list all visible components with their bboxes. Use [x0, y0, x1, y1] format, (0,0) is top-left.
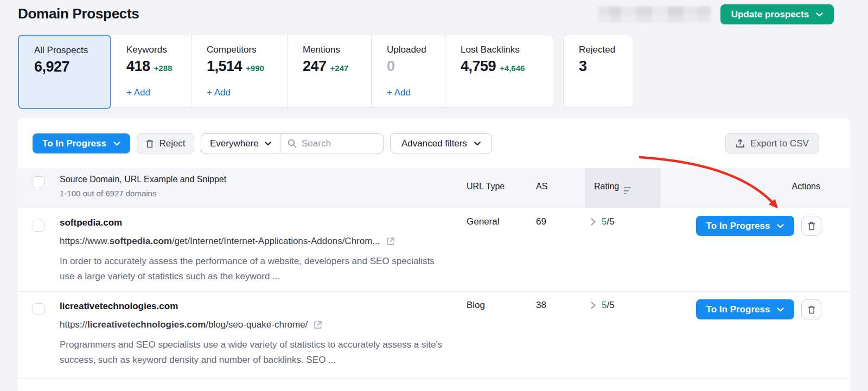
row-delete-button[interactable] — [801, 216, 821, 236]
tab-all-prospects[interactable]: All Prospects 6,927 — [18, 35, 111, 109]
tab-label: Mentions — [303, 44, 371, 55]
column-actions: Actions — [792, 182, 820, 191]
column-rating-label: Rating — [594, 182, 619, 191]
url-text: https://licreativetechnologies.com/blog/… — [60, 319, 308, 330]
table-row: licreativetechnologies.com https://licre… — [18, 291, 850, 379]
url-example: https://www.softpedia.com/get/Internet/I… — [60, 236, 395, 247]
row-checkbox[interactable] — [33, 220, 44, 232]
tab-label: Uploaded — [387, 44, 445, 55]
page-title: Domain Prospects — [18, 5, 139, 22]
column-rating[interactable]: Rating — [594, 182, 631, 194]
chevron-down-icon — [474, 142, 481, 146]
rows-count-label: 1-100 out of 6927 domains — [60, 189, 156, 198]
rating-cell[interactable]: 5/5 — [591, 300, 615, 311]
add-uploaded-link[interactable]: + Add — [387, 87, 411, 98]
url-type-value: General — [467, 216, 499, 227]
search-input[interactable] — [302, 138, 372, 149]
advanced-filters-label: Advanced filters — [401, 138, 467, 149]
tab-count: 3 — [579, 58, 587, 74]
as-value: 69 — [536, 216, 546, 227]
tab-keywords[interactable]: Keywords 418+288 + Add — [111, 35, 192, 107]
bulk-to-in-progress-button[interactable]: To In Progress — [33, 133, 130, 153]
trash-icon — [807, 305, 816, 315]
row-to-in-progress-label: To In Progress — [706, 221, 770, 232]
domain-prospects-page: Domain Prospects Update prospects All Pr… — [0, 0, 868, 391]
add-keywords-link[interactable]: + Add — [126, 87, 150, 98]
url-text: https://www.softpedia.com/get/Internet/I… — [60, 236, 380, 247]
export-to-csv-button[interactable]: Export to CSV — [725, 133, 819, 153]
row-delete-button[interactable] — [801, 299, 821, 319]
search-scope-label: Everywhere — [210, 138, 259, 149]
column-as: AS — [536, 182, 547, 191]
url-type-value: Blog — [467, 300, 485, 311]
snippet-text: In order to accurately assess the perfor… — [60, 254, 446, 284]
search-icon — [288, 139, 297, 148]
source-domain: licreativetechnologies.com — [60, 301, 178, 312]
prospects-panel: To In Progress Reject Everywhere Advance… — [18, 118, 850, 391]
tab-delta: +4,646 — [500, 63, 525, 73]
url-example: https://licreativetechnologies.com/blog/… — [60, 319, 323, 330]
tab-label: Rejected — [579, 44, 633, 55]
redacted-project-name — [598, 7, 711, 22]
row-to-in-progress-button[interactable]: To In Progress — [696, 299, 794, 319]
trash-icon — [807, 221, 816, 231]
search-filter-group: Everywhere — [201, 133, 384, 153]
tab-rejected[interactable]: Rejected 3 — [563, 35, 633, 108]
rating-cell[interactable]: 5/5 — [591, 216, 615, 227]
select-all-checkbox[interactable] — [33, 176, 44, 188]
export-to-csv-label: Export to CSV — [750, 138, 809, 149]
chevron-down-icon — [113, 142, 120, 146]
external-link-icon[interactable] — [386, 236, 395, 246]
tab-count: 418 — [126, 58, 150, 74]
external-link-icon[interactable] — [313, 320, 323, 330]
tab-label: All Prospects — [34, 45, 110, 56]
rating-value: 5/5 — [602, 300, 615, 311]
trash-icon — [145, 139, 154, 149]
column-url-type: URL Type — [467, 182, 505, 191]
search-scope-dropdown[interactable]: Everywhere — [201, 134, 280, 153]
tab-delta: +288 — [154, 63, 173, 73]
chevron-right-icon[interactable] — [591, 302, 596, 309]
chevron-right-icon[interactable] — [591, 218, 596, 226]
tab-delta: +990 — [246, 63, 264, 73]
tab-label: Lost Backlinks — [461, 44, 553, 55]
reject-label: Reject — [159, 138, 185, 149]
row-to-in-progress-button[interactable]: To In Progress — [696, 216, 794, 236]
as-value: 38 — [536, 300, 546, 311]
row-checkbox[interactable] — [33, 303, 44, 315]
sort-descending-icon[interactable] — [624, 187, 631, 195]
bulk-to-in-progress-label: To In Progress — [42, 138, 106, 149]
tab-count: 6,927 — [34, 59, 69, 75]
add-competitors-link[interactable]: + Add — [207, 87, 231, 98]
tab-delta: +247 — [330, 63, 349, 73]
tab-count: 0 — [387, 58, 395, 74]
prospect-tabs-group: All Prospects 6,927 Keywords 418+288 + A… — [18, 35, 553, 108]
chevron-down-icon — [265, 142, 271, 146]
reject-button[interactable]: Reject — [137, 133, 194, 153]
tab-uploaded[interactable]: Uploaded 0 + Add — [372, 35, 445, 107]
rating-value: 5/5 — [602, 216, 615, 227]
source-domain: softpedia.com — [60, 217, 122, 228]
chevron-down-icon — [777, 307, 784, 312]
prospect-tabs: All Prospects 6,927 Keywords 418+288 + A… — [18, 35, 633, 108]
export-icon — [736, 139, 745, 148]
column-source-domain: Source Domain, URL Example and Snippet — [60, 175, 226, 184]
tab-count: 1,514 — [207, 58, 242, 74]
advanced-filters-button[interactable]: Advanced filters — [390, 133, 492, 153]
tab-competitors[interactable]: Competitors 1,514+990 + Add — [192, 35, 288, 107]
row-to-in-progress-label: To In Progress — [706, 304, 770, 315]
table-row: softpedia.com https://www.softpedia.com/… — [18, 208, 850, 291]
update-prospects-label: Update prospects — [731, 9, 809, 20]
tab-count: 4,759 — [461, 58, 496, 74]
tab-lost-backlinks[interactable]: Lost Backlinks 4,759+4,646 — [445, 35, 553, 107]
table-header: Source Domain, URL Example and Snippet 1… — [18, 168, 850, 208]
chevron-down-icon — [816, 12, 823, 17]
chevron-down-icon — [777, 224, 784, 228]
tab-label: Competitors — [207, 44, 287, 55]
update-prospects-button[interactable]: Update prospects — [720, 4, 834, 24]
tab-label: Keywords — [126, 44, 191, 55]
search-box — [280, 134, 383, 153]
tab-mentions[interactable]: Mentions 247+247 — [288, 35, 372, 107]
snippet-text: Programmers and SEO specialists use a wi… — [60, 337, 446, 368]
tab-count: 247 — [303, 58, 327, 74]
